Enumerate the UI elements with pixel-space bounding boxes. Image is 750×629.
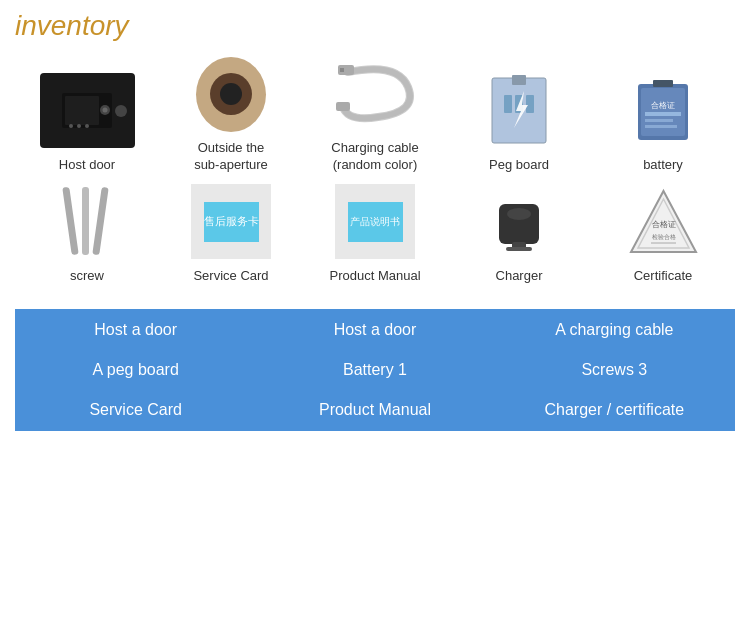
item-battery: 合格证 battery: [598, 71, 728, 174]
page-title: inventory: [15, 10, 735, 42]
table-cell-r0-c2: A charging cable: [495, 310, 734, 350]
manual-icon: 产品说明书: [325, 182, 425, 262]
screw-icon: [37, 182, 137, 262]
table-cell-r1-c0: A peg board: [16, 350, 255, 390]
cable-label: Charging cable (random color): [331, 140, 418, 174]
peg-icon: [469, 71, 569, 151]
aperture-icon: [181, 54, 281, 134]
svg-point-2: [103, 108, 108, 113]
host-door-icon: [37, 71, 137, 151]
svg-rect-22: [645, 125, 677, 128]
svg-rect-25: [92, 187, 108, 255]
certificate-icon: 合格证 检验合格: [613, 182, 713, 262]
svg-text:检验合格: 检验合格: [651, 234, 675, 240]
svg-rect-24: [82, 187, 89, 255]
inventory-table: Host a doorHost a doorA charging cableA …: [15, 309, 735, 431]
items-row-2: screw 售后服务卡 Service Card 产品说明书 Product M…: [15, 182, 735, 285]
manual-text: 产品说明书: [348, 202, 403, 242]
svg-rect-14: [526, 95, 534, 113]
host-door-label: Host door: [59, 157, 115, 174]
svg-point-6: [85, 124, 89, 128]
service-card-label: Service Card: [193, 268, 268, 285]
items-row-1: Host door Outside the sub-aperture: [15, 54, 735, 174]
table-cell-r0-c0: Host a door: [16, 310, 255, 350]
item-manual: 产品说明书 Product Manual: [310, 182, 440, 285]
item-cable: Charging cable (random color): [310, 54, 440, 174]
svg-rect-23: [62, 187, 78, 255]
svg-rect-8: [340, 68, 344, 72]
battery-icon: 合格证: [613, 71, 713, 151]
item-peg: Peg board: [454, 71, 584, 174]
table-cell-r2-c0: Service Card: [16, 390, 255, 430]
cable-icon: [325, 54, 425, 134]
charger-label: Charger: [496, 268, 543, 285]
item-aperture: Outside the sub-aperture: [166, 54, 296, 174]
svg-point-27: [507, 208, 531, 220]
svg-rect-11: [512, 75, 526, 85]
svg-text:合格证: 合格证: [651, 220, 675, 229]
table-cell-r2-c1: Product Manual: [255, 390, 494, 430]
svg-point-4: [69, 124, 73, 128]
screw-label: screw: [70, 268, 104, 285]
svg-rect-17: [653, 80, 673, 87]
service-card-icon: 售后服务卡: [181, 182, 281, 262]
charger-icon: [469, 182, 569, 262]
svg-text:合格证: 合格证: [651, 101, 675, 110]
service-card-text: 售后服务卡: [204, 202, 259, 242]
item-charger: Charger: [454, 182, 584, 285]
item-host-door: Host door: [22, 71, 152, 174]
svg-rect-21: [645, 119, 673, 122]
table-cell-r2-c2: Charger / certificate: [495, 390, 734, 430]
svg-rect-12: [504, 95, 512, 113]
svg-point-5: [77, 124, 81, 128]
aperture-label: Outside the sub-aperture: [194, 140, 268, 174]
certificate-label: Certificate: [634, 268, 693, 285]
item-screw: screw: [22, 182, 152, 285]
peg-label: Peg board: [489, 157, 549, 174]
svg-rect-20: [645, 112, 681, 116]
manual-label: Product Manual: [329, 268, 420, 285]
svg-rect-3: [65, 96, 99, 125]
table-cell-r1-c1: Battery 1: [255, 350, 494, 390]
svg-rect-9: [336, 102, 350, 111]
inventory-grid: Host door Outside the sub-aperture: [15, 54, 735, 295]
item-service-card: 售后服务卡 Service Card: [166, 182, 296, 285]
table-cell-r1-c2: Screws 3: [495, 350, 734, 390]
battery-label: battery: [643, 157, 683, 174]
svg-rect-29: [506, 247, 532, 251]
item-certificate: 合格证 检验合格 Certificate: [598, 182, 728, 285]
table-cell-r0-c1: Host a door: [255, 310, 494, 350]
